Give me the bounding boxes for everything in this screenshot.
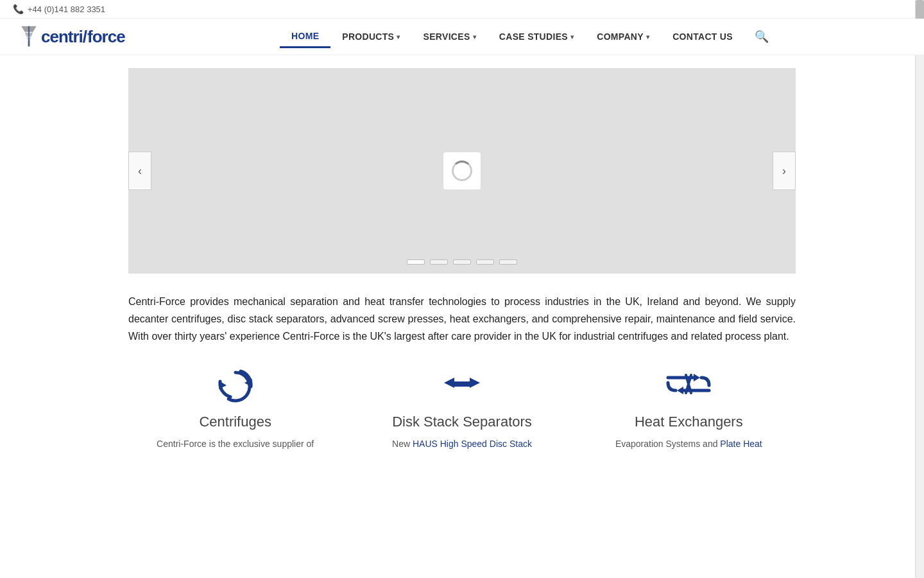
search-icon: 🔍: [755, 30, 769, 43]
slider-dot-2[interactable]: [430, 259, 448, 265]
centrifuges-desc: Centri-Force is the exclusive supplier o…: [157, 437, 314, 451]
scrollbar[interactable]: [915, 0, 924, 451]
heat-exchangers-icon: [663, 365, 714, 403]
search-button[interactable]: 🔍: [751, 26, 773, 48]
phone-icon: 📞: [13, 4, 24, 14]
loading-spinner: [452, 161, 472, 181]
svg-marker-14: [677, 387, 683, 394]
nav-services[interactable]: SERVICES ▾: [412, 26, 488, 47]
disk-stack-icon: [436, 365, 488, 403]
slider-dot-4[interactable]: [476, 259, 494, 265]
nav-services-label: SERVICES: [424, 31, 470, 42]
centrifuges-title: Centrifuges: [199, 414, 271, 430]
header: centri / force HOME PRODUCTS ▾ SERVICES …: [0, 19, 924, 55]
heat-exchangers-desc: Evaporation Systems and Plate Heat: [615, 437, 762, 451]
logo-force: force: [87, 27, 125, 47]
slider-prev-button[interactable]: ‹: [128, 152, 151, 190]
centrifuges-svg-icon: [214, 365, 257, 403]
nav-company-label: COMPANY: [597, 31, 644, 42]
logo-text: centri / force: [19, 25, 125, 48]
disk-stack-svg-icon: [436, 365, 488, 403]
description-text: Centri-Force provides mechanical separat…: [128, 293, 796, 346]
haus-disc-link[interactable]: HAUS High Speed Disc Stack: [413, 439, 532, 449]
nav-case-studies[interactable]: CASE STUDIES ▾: [488, 26, 585, 47]
chevron-down-icon: ▾: [646, 33, 649, 40]
svg-marker-10: [470, 378, 480, 388]
phone-number: +44 (0)141 882 3351: [28, 4, 105, 14]
nav-products-label: PRODUCTS: [342, 31, 394, 42]
chevron-down-icon: ▾: [570, 33, 574, 40]
chevron-down-icon: ▾: [397, 33, 400, 40]
heat-exchangers-title: Heat Exchangers: [635, 414, 743, 430]
nav-home-label: HOME: [291, 31, 319, 41]
chevron-down-icon: ▾: [473, 33, 476, 40]
slider-loading-indicator: [443, 152, 481, 190]
slider-next-button[interactable]: ›: [773, 152, 796, 190]
nav-company[interactable]: COMPANY ▾: [585, 26, 661, 47]
nav-contact-us[interactable]: CONTACT US: [661, 26, 744, 47]
svg-marker-12: [694, 374, 700, 381]
nav-home[interactable]: HOME: [280, 26, 330, 48]
nav-contact-us-label: CONTACT US: [672, 31, 733, 42]
slider-dots: [407, 259, 517, 265]
svg-marker-7: [444, 378, 454, 388]
nav-products[interactable]: PRODUCTS ▾: [330, 26, 411, 47]
slider-dot-5[interactable]: [499, 259, 517, 265]
logo[interactable]: centri / force: [19, 25, 148, 48]
plate-heat-link[interactable]: Plate Heat: [720, 439, 762, 449]
nav-case-studies-label: CASE STUDIES: [499, 31, 568, 42]
slider-dot-3[interactable]: [453, 259, 471, 265]
logo-icon-wrapper: [19, 25, 38, 48]
heat-exchangers-svg-icon: [663, 365, 714, 403]
features-section: Centrifuges Centri-Force is the exclusiv…: [128, 365, 796, 451]
centrifuges-icon: [214, 365, 257, 403]
description-paragraph: Centri-Force provides mechanical separat…: [128, 293, 796, 346]
top-bar: 📞 +44 (0)141 882 3351: [0, 0, 924, 19]
logo-slash: /: [83, 27, 87, 47]
feature-heat-exchangers: Heat Exchangers Evaporation Systems and …: [582, 365, 796, 451]
feature-disk-stack: Disk Stack Separators New HAUS High Spee…: [355, 365, 569, 451]
svg-rect-9: [457, 381, 470, 387]
svg-marker-6: [219, 381, 227, 389]
slider-dot-1[interactable]: [407, 259, 425, 265]
disk-stack-desc: New HAUS High Speed Disc Stack: [392, 437, 532, 451]
disk-stack-title: Disk Stack Separators: [392, 414, 532, 430]
feature-centrifuges: Centrifuges Centri-Force is the exclusiv…: [128, 365, 342, 451]
logo-centri: centri: [41, 27, 83, 47]
logo-funnel-icon: [19, 25, 38, 48]
hero-slider: ‹ ›: [128, 68, 796, 274]
main-nav: HOME PRODUCTS ▾ SERVICES ▾ CASE STUDIES …: [148, 26, 905, 48]
